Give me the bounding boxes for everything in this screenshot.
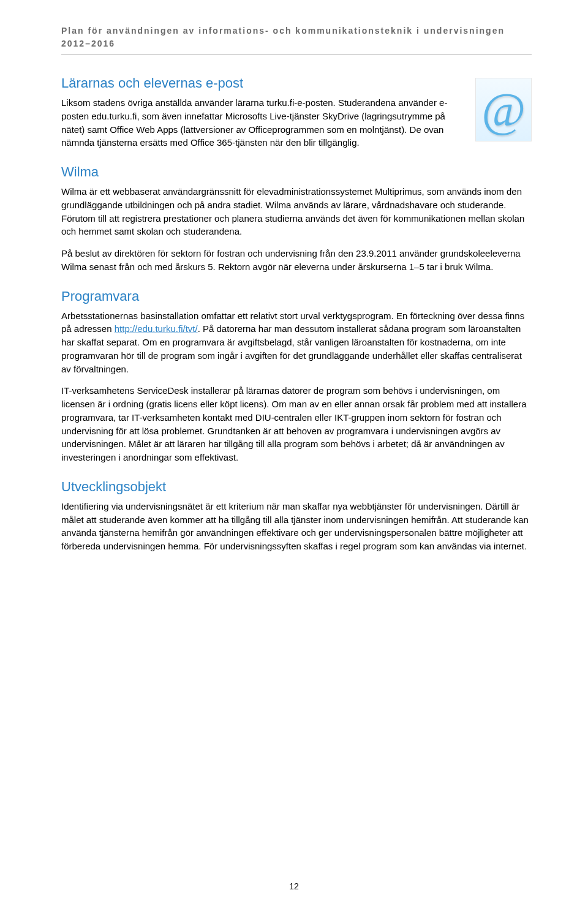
paragraph-utveckling-1: Identifiering via undervisningsnätet är … [61, 500, 532, 553]
running-header-line1: Plan för användningen av informations- o… [61, 26, 505, 36]
heading-wilma: Wilma [61, 164, 532, 180]
heading-utveckling: Utvecklingsobjekt [61, 479, 532, 495]
heading-epost: Lärarnas och elevernas e-post [61, 75, 532, 91]
section-programvara: Programvara Arbetsstationernas basinstal… [61, 288, 532, 464]
programvara-link[interactable]: http://edu.turku.fi/tvt/ [115, 323, 198, 334]
at-glyph: @ [481, 86, 526, 134]
paragraph-programvara-2: IT-verksamhetens ServiceDesk installerar… [61, 384, 532, 464]
section-utveckling: Utvecklingsobjekt Identifiering via unde… [61, 479, 532, 553]
heading-programvara: Programvara [61, 288, 532, 304]
paragraph-epost-1: Liksom stadens övriga anställda använder… [61, 96, 532, 149]
at-sign-icon: @ [475, 78, 532, 141]
page-number: 12 [0, 881, 588, 891]
paragraph-wilma-1: Wilma är ett webbaserat användargränssni… [61, 185, 532, 238]
section-wilma: Wilma Wilma är ett webbaserat användargr… [61, 164, 532, 274]
paragraph-programvara-1: Arbetsstationernas basinstallation omfat… [61, 309, 532, 376]
running-header-line2: 2012–2016 [61, 39, 115, 48]
document-page: Plan för användningen av informations- o… [0, 0, 588, 912]
section-epost: @ Lärarnas och elevernas e-post Liksom s… [61, 75, 532, 149]
running-header: Plan för användningen av informations- o… [61, 24, 532, 55]
paragraph-wilma-2: På beslut av direktören för sektorn för … [61, 247, 532, 274]
